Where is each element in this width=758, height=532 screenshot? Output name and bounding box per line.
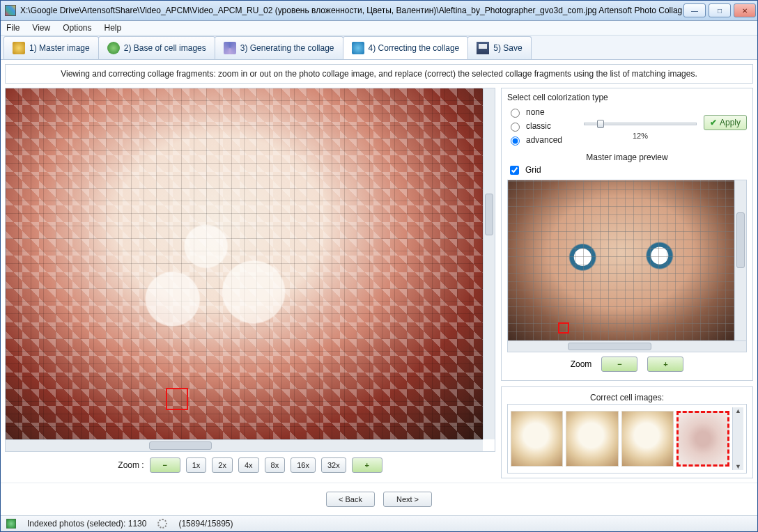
preview-hscrollbar[interactable] — [507, 341, 747, 352]
menu-options[interactable]: Options — [63, 23, 91, 33]
window-buttons: — □ ✕ — [682, 1, 757, 20]
tab-master-image[interactable]: 1) Master image — [3, 36, 99, 59]
zoom-label: Zoom : — [118, 460, 144, 470]
zoom-1x-button[interactable]: 1x — [186, 457, 207, 473]
zoom-2x-button[interactable]: 2x — [212, 457, 233, 473]
preview-vscrollbar[interactable] — [734, 180, 746, 341]
candidate-thumbnails: ▲ ▼ — [507, 404, 747, 474]
preview-zoom-in-button[interactable]: + — [647, 357, 683, 372]
cube-icon — [352, 42, 364, 54]
tab-save[interactable]: 5) Save — [467, 36, 531, 59]
apply-label: Apply — [720, 118, 741, 127]
save-icon — [477, 42, 489, 54]
master-preview-viewport[interactable] — [507, 180, 747, 341]
maximize-button[interactable]: □ — [709, 3, 731, 17]
content-area: Viewing and correcting collage fragments… — [1, 60, 757, 515]
indexed-photos-text: Indexed photos (selected): 1130 — [27, 519, 146, 529]
tab-generating-collage[interactable]: 3) Generating the collage — [215, 36, 343, 59]
tab-label: 3) Generating the collage — [240, 43, 334, 53]
radio-advanced-input[interactable] — [511, 136, 520, 146]
tab-base-cell-images[interactable]: 2) Base of cell images — [98, 36, 215, 59]
grid-checkbox-row[interactable]: Grid — [507, 164, 747, 177]
indexing-progress-text: (15894/15895) — [178, 519, 233, 529]
thumbs-vscrollbar[interactable]: ▲ ▼ — [732, 407, 743, 470]
right-panel: Select cell colorization type none class… — [501, 88, 753, 478]
zoom-4x-button[interactable]: 4x — [238, 457, 259, 473]
preview-zoom-out-button[interactable]: − — [601, 357, 637, 372]
correct-cells-title: Correct cell images: — [507, 391, 747, 404]
check-icon: ✔ — [710, 118, 717, 127]
menubar: File View Options Help — [1, 21, 757, 36]
tab-label: 1) Master image — [29, 43, 90, 53]
preview-title: Master image preview — [507, 151, 747, 164]
candidate-thumb-1[interactable] — [511, 411, 563, 467]
collage-panel: Zoom : − 1x 2x 4x 8x 16x 32x + — [5, 88, 495, 478]
tab-label: 2) Base of cell images — [124, 43, 206, 53]
minimize-button[interactable]: — — [683, 3, 706, 17]
app-window: X:\Google Drive\ArtensoftShare\Video_APC… — [0, 0, 758, 532]
spinner-icon — [157, 519, 167, 529]
radio-none-label: none — [526, 107, 545, 117]
zoom-8x-button[interactable]: 8x — [265, 457, 286, 473]
colorization-percent: 12% — [584, 132, 697, 140]
step-tabs: 1) Master image 2) Base of cell images 3… — [1, 36, 757, 60]
app-icon — [5, 5, 16, 16]
candidate-thumb-selected[interactable] — [676, 411, 729, 467]
radio-classic[interactable]: classic — [507, 119, 577, 133]
scroll-down-icon[interactable]: ▼ — [735, 463, 741, 470]
master-image-icon — [13, 42, 25, 54]
zoom-16x-button[interactable]: 16x — [291, 457, 316, 473]
scroll-thumb[interactable] — [736, 212, 745, 268]
wand-icon — [224, 42, 236, 54]
preview-zoom-controls: Zoom − + — [507, 352, 747, 376]
colorization-slider[interactable] — [584, 118, 697, 130]
radio-none-input[interactable] — [511, 109, 520, 118]
scroll-thumb[interactable] — [568, 343, 651, 350]
slider-thumb[interactable] — [597, 120, 604, 128]
window-title: X:\Google Drive\ArtensoftShare\Video_APC… — [20, 6, 682, 15]
instruction-text: Viewing and correcting collage fragments… — [5, 64, 753, 84]
collage-image[interactable] — [6, 88, 483, 439]
scroll-thumb[interactable] — [485, 194, 493, 235]
radio-advanced[interactable]: advanced — [507, 133, 577, 147]
cell-images-icon — [107, 42, 120, 54]
wizard-nav: < Back Next > — [1, 483, 757, 515]
correct-cells-panel: Correct cell images: ▲ ▼ — [501, 386, 753, 478]
apply-button[interactable]: ✔ Apply — [704, 115, 747, 130]
grid-label: Grid — [525, 165, 541, 175]
scroll-up-icon[interactable]: ▲ — [735, 407, 741, 414]
colorization-panel: Select cell colorization type none class… — [501, 88, 753, 381]
colorization-title: Select cell colorization type — [507, 93, 747, 102]
menu-view[interactable]: View — [32, 23, 50, 33]
collage-zoom-controls: Zoom : − 1x 2x 4x 8x 16x 32x + — [5, 452, 495, 478]
preview-zoom-label: Zoom — [571, 359, 592, 369]
preview-selected-cell[interactable] — [558, 322, 569, 334]
candidate-thumb-2[interactable] — [566, 411, 618, 467]
back-button[interactable]: < Back — [326, 492, 375, 507]
radio-none[interactable]: none — [507, 105, 577, 119]
close-button[interactable]: ✕ — [734, 3, 756, 17]
statusbar: Indexed photos (selected): 1130 (15894/1… — [1, 515, 757, 531]
grid-checkbox[interactable] — [510, 166, 519, 175]
collage-viewport[interactable] — [5, 88, 495, 452]
scroll-thumb[interactable] — [149, 441, 212, 450]
collage-hscrollbar[interactable] — [6, 439, 483, 451]
tab-correcting-collage[interactable]: 4) Correcting the collage — [343, 36, 469, 59]
zoom-in-button[interactable]: + — [352, 457, 382, 473]
main-columns: Zoom : − 1x 2x 4x 8x 16x 32x + Select ce… — [1, 88, 757, 483]
master-preview-image[interactable] — [508, 180, 734, 341]
tab-label: 5) Save — [493, 43, 522, 53]
zoom-32x-button[interactable]: 32x — [321, 457, 346, 473]
candidate-thumb-3[interactable] — [621, 411, 674, 467]
next-button[interactable]: Next > — [383, 492, 432, 507]
photos-icon — [6, 519, 16, 529]
menu-help[interactable]: Help — [105, 23, 122, 33]
selected-cell-indicator[interactable] — [166, 388, 188, 410]
titlebar: X:\Google Drive\ArtensoftShare\Video_APC… — [1, 1, 757, 21]
radio-classic-input[interactable] — [511, 123, 520, 132]
menu-file[interactable]: File — [6, 23, 20, 33]
radio-classic-label: classic — [526, 121, 551, 131]
collage-vscrollbar[interactable] — [483, 88, 495, 439]
zoom-out-button[interactable]: − — [150, 457, 180, 473]
tab-label: 4) Correcting the collage — [369, 43, 460, 53]
